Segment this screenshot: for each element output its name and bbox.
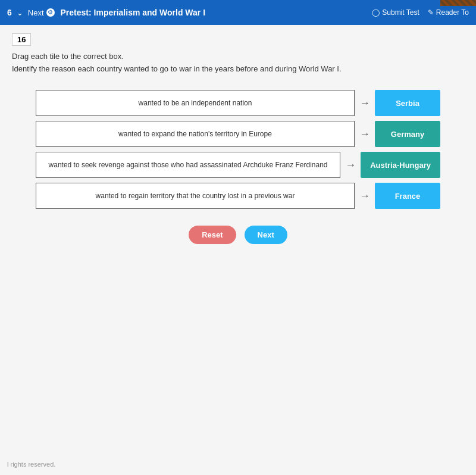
reason-box-1[interactable]: wanted to be an independent nation — [36, 90, 355, 116]
instruction-sub: Identify the reason each country wanted … — [12, 64, 464, 73]
footer-text: l rights reserved. — [7, 461, 55, 468]
match-row: wanted to seek revenge against those who… — [36, 152, 440, 178]
content-area: 16 Drag each tile to the correct box. Id… — [0, 25, 476, 475]
reader-icon: ✎ — [428, 8, 434, 17]
page-title: Pretest: Imperialism and World War I — [61, 8, 367, 17]
arrow-icon-3: → — [345, 159, 356, 171]
submit-test-label: Submit Test — [382, 8, 419, 17]
reason-box-2[interactable]: wanted to expand the nation's territory … — [36, 121, 355, 147]
next-button-bottom[interactable]: Next — [245, 226, 287, 244]
country-tile-austria-hungary[interactable]: Austria-Hungary — [361, 152, 440, 178]
arrow-icon-1: → — [359, 97, 370, 110]
chevron-down-icon: ⌄ — [17, 8, 23, 17]
drag-drop-area: wanted to be an independent nation → Ser… — [24, 90, 452, 209]
top-bar-right: ◯ Submit Test ✎ Reader To — [372, 8, 469, 17]
footer: l rights reserved. — [7, 461, 55, 468]
next-label-top: Next — [28, 8, 44, 17]
reset-button[interactable]: Reset — [189, 226, 236, 244]
gear-icon: ⚙ — [46, 8, 55, 17]
corner-decoration — [440, 0, 476, 6]
arrow-icon-2: → — [359, 128, 370, 140]
submit-test-button[interactable]: ◯ Submit Test — [372, 8, 419, 17]
next-button-top[interactable]: Next ⚙ — [28, 8, 55, 17]
top-bar-left: 6 ⌄ Next ⚙ — [7, 8, 55, 17]
question-card: 16 Drag each tile to the correct box. Id… — [0, 25, 476, 475]
reason-box-4[interactable]: wanted to regain territory that the coun… — [36, 183, 355, 209]
screen-wrapper: 6 ⌄ Next ⚙ Pretest: Imperialism and Worl… — [0, 0, 476, 475]
country-tile-germany[interactable]: Germany — [375, 121, 440, 147]
reader-button[interactable]: ✎ Reader To — [428, 8, 469, 17]
question-num-display: 6 — [7, 8, 12, 17]
buttons-row: Reset Next — [12, 226, 464, 244]
country-tile-france[interactable]: France — [375, 183, 440, 209]
submit-icon: ◯ — [372, 8, 380, 17]
match-row: wanted to regain territory that the coun… — [36, 183, 440, 209]
match-row: wanted to expand the nation's territory … — [36, 121, 440, 147]
arrow-icon-4: → — [359, 190, 370, 202]
top-bar: 6 ⌄ Next ⚙ Pretest: Imperialism and Worl… — [0, 0, 476, 25]
instruction-main: Drag each tile to the correct box. — [12, 52, 464, 61]
country-tile-serbia[interactable]: Serbia — [375, 90, 440, 116]
match-row: wanted to be an independent nation → Ser… — [36, 90, 440, 116]
question-number-badge: 16 — [12, 33, 31, 46]
reason-box-3[interactable]: wanted to seek revenge against those who… — [36, 152, 340, 178]
reader-label: Reader To — [436, 8, 469, 17]
